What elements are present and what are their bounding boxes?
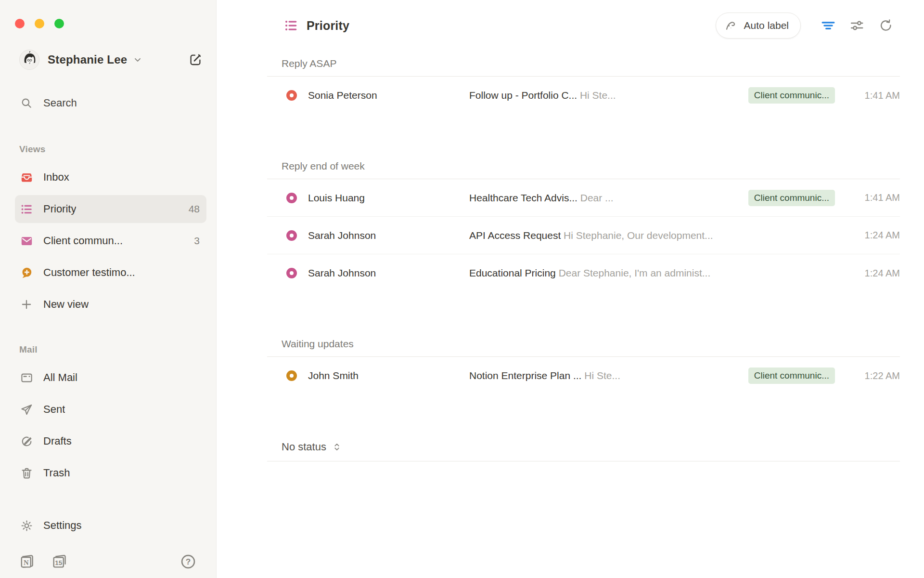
email-preview: Dear ...	[580, 192, 614, 203]
email-label-badge[interactable]: Client communic...	[748, 87, 835, 104]
sidebar-item-trash[interactable]: Trash	[15, 459, 206, 487]
auto-label-text: Auto label	[744, 20, 789, 31]
sidebar-item-label: All Mail	[43, 371, 77, 384]
sidebar-item-sent[interactable]: Sent	[15, 395, 206, 423]
chat-plus-icon	[19, 266, 34, 279]
avatar	[19, 50, 39, 70]
inbox-icon	[19, 171, 34, 184]
sidebar-item-client-communication[interactable]: Client commun... 3	[15, 227, 206, 255]
drafts-icon	[19, 435, 34, 448]
email-sender: Sarah Johnson	[308, 230, 469, 241]
email-sender: John Smith	[308, 370, 469, 381]
email-preview: Hi Ste...	[580, 90, 616, 101]
sliders-icon[interactable]	[850, 18, 864, 33]
status-dot	[286, 90, 297, 101]
close-window-button[interactable]	[15, 19, 25, 28]
email-time: 1:22 AM	[835, 370, 900, 381]
help-icon[interactable]: ?	[180, 553, 197, 570]
sidebar-item-settings[interactable]: Settings	[15, 512, 206, 539]
email-subject: Healthcare Tech Advis...	[469, 192, 578, 203]
sort-chevrons-icon	[332, 442, 342, 452]
status-dot	[286, 230, 297, 241]
auto-label-button[interactable]: Auto label	[716, 13, 801, 39]
email-subject: Notion Enterprise Plan ...	[469, 370, 581, 381]
user-name: Stephanie Lee	[48, 53, 127, 66]
search-label: Search	[43, 97, 77, 109]
auto-label-wand-icon	[725, 19, 738, 32]
all-mail-icon	[19, 371, 34, 384]
filter-icon[interactable]	[821, 18, 835, 33]
email-subject: Follow up - Portfolio C...	[469, 90, 577, 101]
section-title: Waiting updates	[267, 338, 900, 357]
email-row[interactable]: Sarah Johnson Educational Pricing Dear S…	[267, 254, 900, 292]
plus-icon	[19, 298, 34, 311]
sidebar-item-label: Sent	[43, 403, 65, 416]
email-preview: Hi Stephanie, Our development...	[564, 230, 713, 241]
status-dot	[286, 268, 297, 278]
chevron-down-icon	[133, 55, 142, 65]
compose-button[interactable]	[188, 53, 203, 67]
zoom-window-button[interactable]	[54, 19, 64, 28]
sidebar-item-inbox[interactable]: Inbox	[15, 163, 206, 191]
window-controls	[15, 19, 206, 28]
sidebar-item-priority[interactable]: Priority 48	[15, 195, 206, 223]
email-label-badge[interactable]: Client communic...	[748, 190, 835, 206]
gear-icon	[19, 519, 34, 532]
email-sender: Sarah Johnson	[308, 267, 469, 279]
calendar-app-icon[interactable]: 15	[51, 553, 67, 570]
svg-text:N: N	[24, 559, 29, 566]
refresh-icon[interactable]	[879, 18, 893, 33]
section-waiting-updates: Waiting updates John Smith Notion Enterp…	[267, 338, 900, 394]
email-time: 1:24 AM	[835, 230, 900, 241]
email-label-badge[interactable]: Client communic...	[748, 368, 835, 384]
email-preview: Dear Stephanie, I'm an administ...	[559, 267, 711, 278]
sidebar-item-label: Drafts	[43, 435, 72, 447]
sidebar-item-label: Settings	[43, 519, 82, 532]
sidebar-item-drafts[interactable]: Drafts	[15, 427, 206, 455]
email-row[interactable]: John Smith Notion Enterprise Plan ... Hi…	[267, 357, 900, 394]
send-icon	[19, 403, 34, 416]
email-list: Reply ASAP Sonia Peterson Follow up - Po…	[267, 58, 900, 461]
sidebar: Stephanie Lee Search Views	[0, 0, 217, 578]
priority-list-icon	[19, 203, 34, 216]
email-time: 1:41 AM	[835, 90, 900, 101]
section-reply-asap: Reply ASAP Sonia Peterson Follow up - Po…	[267, 58, 900, 114]
sidebar-item-label: Inbox	[43, 171, 69, 184]
section-title: Reply end of week	[267, 160, 900, 179]
svg-text:?: ?	[186, 557, 191, 566]
email-row[interactable]: Sonia Peterson Follow up - Portfolio C..…	[267, 77, 900, 114]
status-dot	[286, 193, 297, 203]
section-title: Reply ASAP	[267, 58, 900, 77]
email-time: 1:41 AM	[835, 192, 900, 203]
sidebar-item-customer-testimonials[interactable]: Customer testimo...	[15, 259, 206, 287]
search-input[interactable]: Search	[15, 89, 206, 117]
email-row[interactable]: Sarah Johnson API Access Request Hi Step…	[267, 217, 900, 254]
trash-icon	[19, 467, 34, 480]
sidebar-item-label: Priority	[43, 203, 76, 215]
unread-count: 3	[194, 235, 200, 247]
email-row[interactable]: Louis Huang Healthcare Tech Advis... Dea…	[267, 179, 900, 217]
search-icon	[19, 97, 34, 109]
sidebar-item-all-mail[interactable]: All Mail	[15, 364, 206, 392]
email-preview: Hi Ste...	[584, 370, 620, 381]
email-subject: Educational Pricing	[469, 267, 556, 278]
priority-list-icon	[284, 18, 298, 33]
views-section-label: Views	[19, 144, 206, 155]
no-status-toggle[interactable]: No status	[267, 441, 900, 461]
sidebar-item-label: New view	[43, 298, 89, 311]
envelope-icon	[19, 235, 34, 248]
notion-app-icon[interactable]: N	[19, 553, 36, 570]
main-content: Priority Auto label	[217, 0, 924, 578]
no-status-label: No status	[282, 441, 326, 453]
status-dot	[286, 370, 297, 381]
email-subject: API Access Request	[469, 230, 561, 241]
minimize-window-button[interactable]	[35, 19, 44, 28]
email-sender: Louis Huang	[308, 192, 469, 204]
sidebar-item-label: Trash	[43, 467, 70, 479]
unread-count: 48	[189, 203, 200, 215]
svg-text:15: 15	[55, 559, 62, 566]
sidebar-item-new-view[interactable]: New view	[15, 290, 206, 318]
page-title: Priority	[307, 19, 349, 33]
account-switcher[interactable]: Stephanie Lee	[19, 50, 203, 70]
sidebar-item-label: Client commun...	[43, 235, 123, 247]
